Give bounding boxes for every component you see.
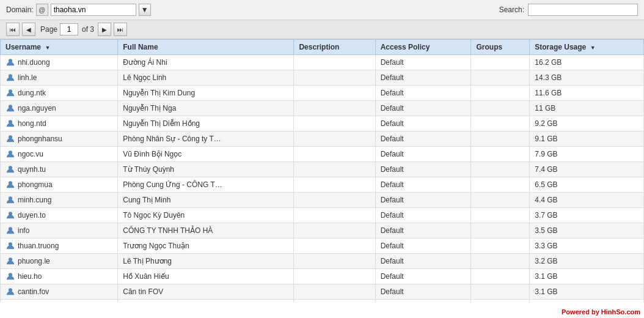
cell-groups (471, 284, 530, 300)
username-text: quynh.tu (18, 165, 46, 174)
user-icon (5, 287, 15, 297)
cell-description (294, 86, 375, 101)
cell-storageUsage: 9.1 GB (530, 131, 644, 147)
page-number-input[interactable] (60, 23, 78, 35)
cell-username: thuan.truong (1, 239, 118, 254)
cell-username: nguyet.nguyen (1, 300, 118, 303)
cell-accessPolicy: Default (375, 162, 471, 177)
domain-label: Domain: (6, 6, 34, 14)
cell-groups (471, 162, 530, 177)
cell-storageUsage: 16.2 GB (530, 55, 644, 70)
cell-storageUsage: 7.9 GB (530, 147, 644, 162)
username-text: dung.ntk (18, 89, 46, 97)
cell-username: phongmua (1, 177, 118, 193)
cell-storageUsage: 3.1 GB (530, 269, 644, 284)
cell-username: linh.le (1, 70, 118, 86)
cell-groups (471, 239, 530, 254)
table-row[interactable]: nhi.duong Đường Ái NhiDefault16.2 GB (1, 55, 644, 70)
cell-username: ngoc.vu (1, 147, 118, 162)
cell-accessPolicy: Default (375, 254, 471, 269)
user-icon (5, 210, 15, 220)
cell-accessPolicy: Default (375, 208, 471, 223)
username-text: phongnhansu (18, 135, 62, 143)
cell-storageUsage: 3.1 GB (530, 284, 644, 300)
cell-description (294, 177, 375, 193)
table-row[interactable]: duyen.to Tô Ngọc Kỳ DuyênDefault3.7 GB (1, 208, 644, 223)
table-row[interactable]: hieu.ho Hồ Xuân HiếuDefault3.1 GB (1, 269, 644, 284)
cell-description (294, 131, 375, 147)
cell-fullname: Tô Ngọc Kỳ Duyên (118, 208, 294, 223)
cell-fullname: Đường Ái Nhi (118, 55, 294, 70)
cell-fullname: Nguyễn Thị Nga (118, 101, 294, 116)
table-row[interactable]: cantin.fov Căn tin FOVDefault3.1 GB (1, 284, 644, 300)
username-text: nhi.duong (18, 58, 50, 67)
table-row[interactable]: quynh.tu Từ Thúy QuỳnhDefault7.4 GB (1, 162, 644, 177)
table-row[interactable]: minh.cung Cung Thị MinhDefault4.4 GB (1, 193, 644, 208)
cell-accessPolicy: Default (375, 116, 471, 131)
col-access-policy[interactable]: Access Policy (375, 40, 471, 55)
cell-accessPolicy: Default (375, 70, 471, 86)
username-text: duyen.to (18, 211, 46, 220)
username-text: ngoc.vu (18, 150, 43, 158)
cell-fullname: Nguyễn Thị Kim Nguyệt (118, 300, 294, 303)
cell-groups (471, 147, 530, 162)
user-icon (5, 165, 15, 174)
table-row[interactable]: dung.ntk Nguyễn Thị Kim DungDefault11.6 … (1, 86, 644, 101)
cell-accessPolicy: Default (375, 193, 471, 208)
cell-username: hong.ntd (1, 116, 118, 131)
cell-username: cantin.fov (1, 284, 118, 300)
table-row[interactable]: nga.nguyen Nguyễn Thị NgaDefault11 GB (1, 101, 644, 116)
table-row[interactable]: nguyet.nguyen Nguyễn Thị Kim NguyệtDefau… (1, 300, 644, 303)
cell-groups (471, 101, 530, 116)
table-row[interactable]: phongmua Phòng Cung Ứng - CÔNG T…Default… (1, 177, 644, 193)
cell-description (294, 300, 375, 303)
col-fullname[interactable]: Full Name (118, 40, 294, 55)
cell-description (294, 101, 375, 116)
cell-storageUsage: 7.4 GB (530, 162, 644, 177)
table-row[interactable]: info CÔNG TY TNHH THẢO HÀDefault3.5 GB (1, 223, 644, 239)
table-row[interactable]: linh.le Lê Ngọc LinhDefault14.3 GB (1, 70, 644, 86)
cell-username: dung.ntk (1, 86, 118, 101)
cell-fullname: Lê Ngọc Linh (118, 70, 294, 86)
table-row[interactable]: hong.ntd Nguyễn Thị Diễm HồngDefault9.2 … (1, 116, 644, 131)
table-row[interactable]: thuan.truong Trương Ngọc ThuậnDefault3.3… (1, 239, 644, 254)
col-storage-usage[interactable]: Storage Usage ▼ (530, 40, 644, 55)
cell-storageUsage: 14.3 GB (530, 70, 644, 86)
username-text: hong.ntd (18, 119, 46, 128)
search-label: Search: (499, 6, 524, 14)
cell-fullname: Hồ Xuân Hiếu (118, 269, 294, 284)
next-page-button[interactable]: ▶ (98, 23, 111, 36)
cell-description (294, 70, 375, 86)
domain-input[interactable] (51, 4, 136, 16)
domain-dropdown-button[interactable]: ▼ (139, 4, 151, 16)
table-row[interactable]: phuong.le Lê Thị PhươngDefault3.2 GB (1, 254, 644, 269)
cell-fullname: Phòng Cung Ứng - CÔNG T… (118, 177, 294, 193)
cell-groups (471, 269, 530, 284)
cell-fullname: CÔNG TY TNHH THẢO HÀ (118, 223, 294, 239)
user-icon (5, 272, 15, 281)
cell-description (294, 269, 375, 284)
cell-fullname: Căn tin FOV (118, 284, 294, 300)
cell-groups (471, 86, 530, 101)
cell-accessPolicy: Default (375, 300, 471, 303)
search-input[interactable] (528, 4, 638, 16)
username-text: info (18, 226, 29, 235)
cell-storageUsage: 3.5 GB (530, 223, 644, 239)
user-icon (5, 119, 15, 128)
col-username[interactable]: Username ▼ (1, 40, 118, 55)
table-row[interactable]: phongnhansu Phòng Nhân Sự - Công ty T…De… (1, 131, 644, 147)
prev-page-button[interactable]: ◀ (22, 23, 35, 36)
col-groups[interactable]: Groups (471, 40, 530, 55)
username-text: thuan.truong (18, 242, 59, 250)
cell-fullname: Cung Thị Minh (118, 193, 294, 208)
table-row[interactable]: ngoc.vu Vũ Đình Bội NgọcDefault7.9 GB (1, 147, 644, 162)
cell-description (294, 239, 375, 254)
last-page-button[interactable]: ⏭ (114, 23, 127, 36)
cell-storageUsage: 11 GB (530, 101, 644, 116)
col-description[interactable]: Description (294, 40, 375, 55)
cell-accessPolicy: Default (375, 147, 471, 162)
user-icon (5, 57, 15, 67)
first-page-button[interactable]: ⏮ (6, 23, 20, 36)
user-icon (5, 88, 15, 98)
page-of-label: of 3 (82, 25, 94, 34)
